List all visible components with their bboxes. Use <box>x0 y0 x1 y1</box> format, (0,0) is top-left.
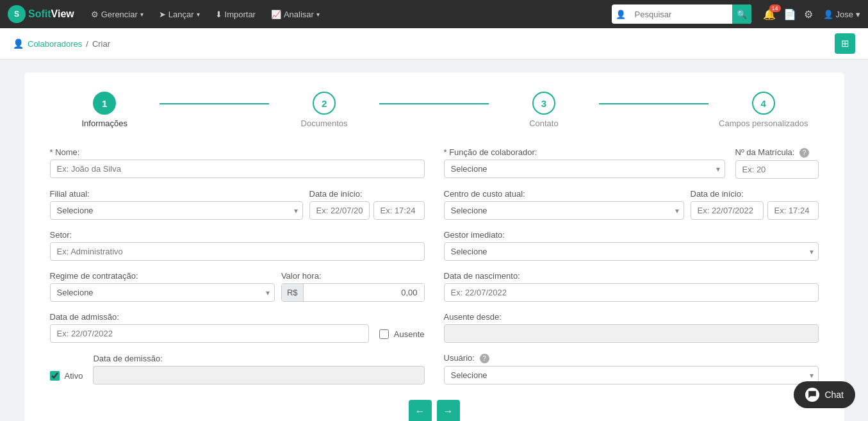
regime-valor-group: Regime de contratação: Selecione Valor h… <box>50 271 425 302</box>
setor-group: Setor: <box>50 230 425 261</box>
person-small-icon: 👤 <box>13 38 24 49</box>
chat-icon <box>805 388 819 402</box>
valor-hora-input-group: R$ <box>281 283 425 302</box>
chevron-down-icon: ▾ <box>197 11 200 18</box>
usuario-label: Usuário: ? <box>444 353 819 363</box>
nav-analisar[interactable]: 📈 Analisar ▾ <box>266 0 325 28</box>
data-inicio-cc-input[interactable] <box>691 201 764 220</box>
step-3-label: Contato <box>529 119 559 128</box>
nome-input[interactable] <box>50 160 425 178</box>
data-nascimento-input[interactable] <box>444 283 819 302</box>
setor-label: Setor: <box>50 230 425 240</box>
next-button[interactable]: → <box>437 400 460 421</box>
usuario-select[interactable]: Selecione <box>444 366 819 384</box>
ausente-desde-input <box>444 324 819 343</box>
regime-label: Regime de contratação: <box>50 271 275 281</box>
nav-gerenciar[interactable]: ⚙ Gerenciar ▾ <box>86 0 149 28</box>
usuario-group: Usuário: ? Selecione <box>444 353 819 384</box>
admissao-ausente-group: Data de admissão: Ausente <box>50 312 425 343</box>
regime-select[interactable]: Selecione <box>50 283 275 302</box>
funcao-label: * Função de colaborador: <box>444 147 725 157</box>
prev-button[interactable]: ← <box>409 400 432 421</box>
data-admissao-input[interactable] <box>50 324 369 343</box>
chevron-down-icon: ▾ <box>316 11 320 18</box>
matricula-input[interactable] <box>735 160 819 179</box>
matricula-group: Nº da Matrícula: ? <box>735 147 819 179</box>
data-demissao-input <box>93 366 424 384</box>
step-3[interactable]: 3 Contato <box>489 92 598 128</box>
save-icon-button[interactable]: ⊞ <box>835 33 855 54</box>
filial-data-group: Filial atual: Selecione Data de início: <box>50 189 425 220</box>
search-input[interactable] <box>630 10 732 19</box>
chat-label: Chat <box>824 390 844 400</box>
breadcrumb-parent[interactable]: Colaboradores <box>28 39 82 49</box>
file-icon[interactable]: 📄 <box>783 8 796 21</box>
setor-input[interactable] <box>50 242 425 261</box>
data-demissao-label: Data de demissão: <box>93 354 424 363</box>
ausente-checkbox[interactable] <box>379 329 389 339</box>
user-icon: 👤 <box>823 10 833 19</box>
settings-icon[interactable]: ⚙ <box>804 8 813 21</box>
filial-select-wrapper: Selecione <box>50 201 303 220</box>
data-nascimento-label: Data de nascimento: <box>444 271 819 281</box>
main-content: 1 Informações 2 Documentos 3 Contato 4 C… <box>0 60 868 421</box>
chevron-down-icon: ▾ <box>140 11 143 18</box>
data-inicio-filial-label: Data de início: <box>309 189 425 199</box>
ativo-checkbox[interactable] <box>50 371 60 381</box>
data-inicio-filial-group: Data de início: <box>309 189 425 220</box>
regime-group: Regime de contratação: Selecione <box>50 271 275 302</box>
data-inicio-filial-row <box>309 201 425 220</box>
data-admissao-group: Data de admissão: <box>50 312 369 343</box>
step-2-label: Documentos <box>301 119 348 128</box>
step-2-circle: 2 <box>313 92 336 115</box>
valor-hora-prefix: R$ <box>282 284 304 301</box>
usuario-select-wrapper: Selecione <box>444 366 819 384</box>
nome-group: * Nome: <box>50 147 425 179</box>
data-inicio-cc-group: Data de início: <box>691 189 819 220</box>
help-icon-usuario[interactable]: ? <box>480 354 489 363</box>
cc-select[interactable]: Selecione <box>444 201 684 220</box>
chevron-down-icon: ▾ <box>856 10 860 19</box>
topbar: S SofitView ⚙ Gerenciar ▾ ➤ Lançar ▾ ⬇ I… <box>0 0 868 28</box>
ausente-desde-label: Ausente desde: <box>444 312 819 322</box>
data-inicio-filial-input[interactable] <box>309 201 370 220</box>
breadcrumb-separator: / <box>86 39 88 49</box>
data-nascimento-group: Data de nascimento: <box>444 271 819 302</box>
funcao-group: * Função de colaborador: Selecione <box>444 147 725 179</box>
breadcrumb: 👤 Colaboradores / Criar <box>13 38 110 49</box>
step-1-circle: 1 <box>93 92 116 115</box>
data-inicio-cc-label: Data de início: <box>691 189 819 199</box>
logo-text: SofitView <box>28 8 74 20</box>
search-box: 👤 🔍 <box>612 4 751 24</box>
topbar-icons: 🔔 14 📄 ⚙ <box>763 8 813 21</box>
valor-hora-input[interactable] <box>304 284 424 301</box>
launch-icon: ➤ <box>159 10 166 19</box>
step-4-label: Campos personalizados <box>719 119 808 128</box>
search-button[interactable]: 🔍 <box>732 4 751 24</box>
step-connector-3 <box>599 103 708 104</box>
step-2[interactable]: 2 Documentos <box>269 92 379 128</box>
step-4-circle: 4 <box>752 92 775 115</box>
filial-select[interactable]: Selecione <box>50 201 303 220</box>
gestor-group: Gestor imediato: Selecione <box>444 230 819 261</box>
gestor-select[interactable]: Selecione <box>444 242 819 261</box>
chat-button[interactable]: Chat <box>794 381 855 408</box>
ativo-demissao-group: Ativo Data de demissão: <box>50 353 425 384</box>
user-menu[interactable]: 👤 Jose ▾ <box>823 10 860 19</box>
notification-badge: 14 <box>769 4 781 12</box>
breadcrumb-current: Criar <box>92 39 110 49</box>
nav-lancar[interactable]: ➤ Lançar ▾ <box>154 0 205 28</box>
notification-icon[interactable]: 🔔 14 <box>763 8 776 21</box>
chart-icon: 📈 <box>271 10 281 19</box>
help-icon[interactable]: ? <box>799 148 809 158</box>
hora-inicio-cc-input[interactable] <box>767 201 819 220</box>
step-4[interactable]: 4 Campos personalizados <box>708 92 818 128</box>
hora-inicio-filial-input[interactable] <box>373 201 425 220</box>
gestor-select-wrapper: Selecione <box>444 242 819 261</box>
funcao-select[interactable]: Selecione <box>444 160 725 178</box>
ativo-label: Ativo <box>65 371 83 381</box>
nav-importar[interactable]: ⬇ Importar <box>210 0 261 28</box>
form-section: * Nome: * Função de colaborador: Selecio… <box>50 147 819 384</box>
cc-data-group: Centro de custo atual: Selecione Data de… <box>444 189 819 220</box>
form-card: 1 Informações 2 Documentos 3 Contato 4 C… <box>24 72 844 421</box>
